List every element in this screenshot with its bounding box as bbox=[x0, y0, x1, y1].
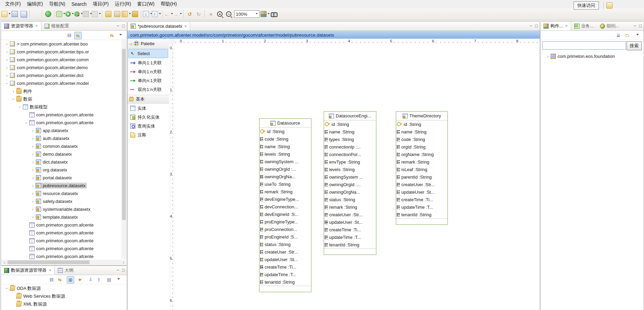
tree-item[interactable]: com.primeton.gocom.afcenter.dict bbox=[1, 72, 121, 79]
delete-button[interactable]: × bbox=[207, 10, 215, 18]
entity-field[interactable]: owningSystem ... bbox=[259, 158, 311, 165]
chevron-right-icon[interactable] bbox=[30, 136, 35, 141]
entity-field[interactable]: connectionPor... bbox=[324, 151, 376, 158]
tab-business[interactable]: 业务... bbox=[571, 22, 597, 30]
chevron-right-icon[interactable] bbox=[30, 152, 35, 157]
entity-datasourceengi[interactable]: DatasourceEngi...id :Stringname :Stringt… bbox=[324, 111, 376, 255]
menu-help[interactable]: 帮助(H) bbox=[158, 0, 180, 8]
close-icon[interactable] bbox=[36, 24, 38, 28]
tree-item[interactable]: pubresource.datasetx bbox=[1, 182, 121, 190]
entity-field[interactable]: code :String bbox=[259, 135, 311, 143]
chevron-right-icon[interactable] bbox=[30, 176, 35, 180]
entity-field[interactable]: tenantId :String bbox=[259, 278, 311, 286]
scrollbar-thumb[interactable] bbox=[8, 260, 90, 264]
entity-field[interactable]: useTo :String bbox=[259, 180, 311, 188]
tree-item[interactable]: com.primeton.gocom.afcente bbox=[1, 221, 121, 229]
close-icon[interactable] bbox=[184, 24, 187, 29]
tree-item[interactable]: com.primeton.gocom.afcenter.model bbox=[1, 79, 121, 87]
entity-field[interactable]: name :String bbox=[324, 128, 376, 135]
entity-field[interactable]: code :String bbox=[396, 135, 447, 143]
tab-organization[interactable]: 组织... bbox=[597, 22, 622, 30]
open-perspective-button[interactable] bbox=[605, 1, 614, 10]
export-icon[interactable] bbox=[95, 276, 102, 283]
vertical-scrollbar[interactable] bbox=[121, 39, 126, 259]
tree-item[interactable]: com.primeton.gocom.afcente bbox=[1, 111, 121, 119]
entity-field[interactable]: connectionIp :... bbox=[324, 143, 376, 151]
layout-icon[interactable] bbox=[106, 276, 112, 283]
refresh-icon[interactable] bbox=[108, 32, 115, 39]
entity-field[interactable]: devEngineType... bbox=[259, 195, 311, 203]
run-last-button[interactable] bbox=[92, 10, 100, 18]
tree-item[interactable]: 数据 bbox=[1, 95, 121, 103]
entity-field[interactable]: owningOrgId :... bbox=[324, 181, 376, 188]
chevron-right-icon[interactable] bbox=[30, 191, 35, 196]
entity-field[interactable]: createUser :Str... bbox=[259, 248, 311, 256]
minimize-icon[interactable] bbox=[530, 23, 533, 28]
tab-pubresource-datasetx[interactable]: *pubresource.datasetx bbox=[128, 22, 190, 30]
horizontal-scrollbar[interactable]: ‹ › bbox=[1, 260, 126, 265]
entity-field[interactable]: id :String bbox=[396, 120, 447, 128]
palette-item[interactable]: 实体 bbox=[128, 104, 168, 113]
test-connection-icon[interactable] bbox=[77, 276, 84, 283]
entity-field[interactable]: levels :String bbox=[324, 166, 376, 173]
tree-item[interactable]: com.primeton.gocom.afcenter.demo bbox=[1, 64, 121, 72]
entity-field[interactable]: remark :String bbox=[396, 158, 447, 166]
scroll-right-icon[interactable]: › bbox=[121, 260, 126, 265]
entity-field[interactable]: createUser :Str... bbox=[396, 181, 447, 188]
collapse-all-icon[interactable] bbox=[48, 276, 55, 283]
tree-item[interactable]: common.datasetx bbox=[1, 142, 121, 150]
eos-server-button[interactable] bbox=[44, 10, 52, 18]
tree-item[interactable]: systemvariable.datasetx bbox=[1, 205, 121, 213]
chevron-right-icon[interactable] bbox=[4, 57, 9, 62]
link-with-editor-icon[interactable] bbox=[74, 32, 82, 39]
chevron-right-icon[interactable] bbox=[30, 160, 35, 165]
chevron-right-icon[interactable] bbox=[4, 42, 9, 47]
chevron-right-icon[interactable] bbox=[11, 89, 16, 94]
entity-field[interactable]: proConnection... bbox=[259, 225, 311, 233]
minimize-icon[interactable] bbox=[117, 268, 120, 273]
redo-button[interactable]: ↻ bbox=[194, 10, 203, 18]
find-button[interactable] bbox=[270, 10, 278, 18]
entity-field[interactable]: devConnection... bbox=[259, 203, 311, 210]
entity-field[interactable]: remark :String bbox=[324, 203, 376, 211]
entity-field[interactable]: tenantId :String bbox=[324, 241, 376, 248]
tree-item[interactable]: com.primeton.gocom.afcenter.bps.or bbox=[1, 48, 121, 56]
chevron-down-icon[interactable] bbox=[4, 286, 9, 291]
tab-template-config[interactable]: 模板配置 bbox=[41, 22, 72, 30]
tree-item[interactable]: com.primeton.gocom.afcente bbox=[1, 119, 121, 127]
entity-field[interactable]: parentId :String bbox=[396, 173, 447, 181]
tree-item[interactable]: Web Services 数据源 bbox=[1, 292, 126, 300]
tree-item[interactable]: com.primeton.gocom.afcenter.comm bbox=[1, 56, 121, 64]
quick-access-button[interactable]: 快速访问 bbox=[574, 1, 599, 10]
entity-field[interactable]: id :String bbox=[324, 120, 376, 128]
tab-datasource-explorer[interactable]: 数据源资源管理器 bbox=[1, 266, 55, 275]
entity-field[interactable]: owningOrgNa... bbox=[259, 173, 311, 180]
minimize-icon[interactable] bbox=[634, 23, 636, 28]
entity-field[interactable]: types :String bbox=[324, 135, 376, 143]
tree-item[interactable]: safety.datasetx bbox=[1, 197, 121, 205]
maximize-icon[interactable] bbox=[535, 23, 538, 28]
entity-field[interactable]: updateTime :T... bbox=[324, 233, 376, 241]
run-button[interactable] bbox=[65, 10, 73, 18]
chevron-right-icon[interactable] bbox=[30, 144, 35, 149]
tree-item[interactable]: > com.primeton.gocom.afcenter.boo bbox=[1, 40, 121, 48]
scroll-left-icon[interactable]: ‹ bbox=[2, 260, 7, 265]
chevron-down-icon[interactable] bbox=[4, 81, 9, 86]
search-input[interactable] bbox=[542, 41, 626, 50]
menu-window[interactable]: 窗口(W) bbox=[134, 0, 158, 8]
palette-tool--1-1-[interactable]: 单向1:1关联 bbox=[128, 59, 168, 67]
tree-item[interactable]: app.datasetx bbox=[1, 127, 121, 134]
chevron-right-icon[interactable] bbox=[30, 183, 35, 188]
entity-field[interactable]: updateUser :St... bbox=[324, 218, 376, 226]
entity-field[interactable]: owningOrgNa... bbox=[324, 188, 376, 196]
chevron-right-icon[interactable] bbox=[545, 54, 550, 59]
entity-field[interactable]: owningSystem ... bbox=[324, 173, 376, 181]
tree-item[interactable]: resource.datasetx bbox=[1, 190, 121, 197]
entity-themedirectory[interactable]: ThemeDirectoryid :Stringname :Stringcode… bbox=[396, 111, 448, 225]
tree-item[interactable]: demo.datasetx bbox=[1, 150, 121, 158]
maximize-icon[interactable] bbox=[122, 268, 125, 273]
tree-item[interactable]: portal.datasetx bbox=[1, 174, 121, 182]
view-menu-icon[interactable] bbox=[115, 276, 122, 283]
entity-field[interactable]: createTime :Ti... bbox=[259, 263, 311, 271]
entity-field[interactable]: updateTime :T... bbox=[396, 203, 447, 211]
